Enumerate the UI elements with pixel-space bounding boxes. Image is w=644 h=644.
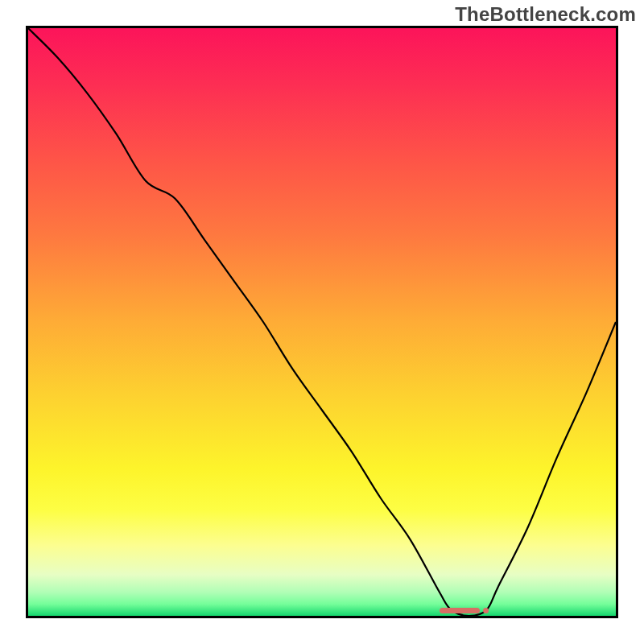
- bottleneck-curve: [28, 28, 616, 616]
- plot-area: [28, 28, 616, 616]
- optimal-range-marker: [440, 608, 480, 613]
- watermark-text: TheBottleneck.com: [455, 3, 636, 26]
- plot-frame: [26, 26, 618, 618]
